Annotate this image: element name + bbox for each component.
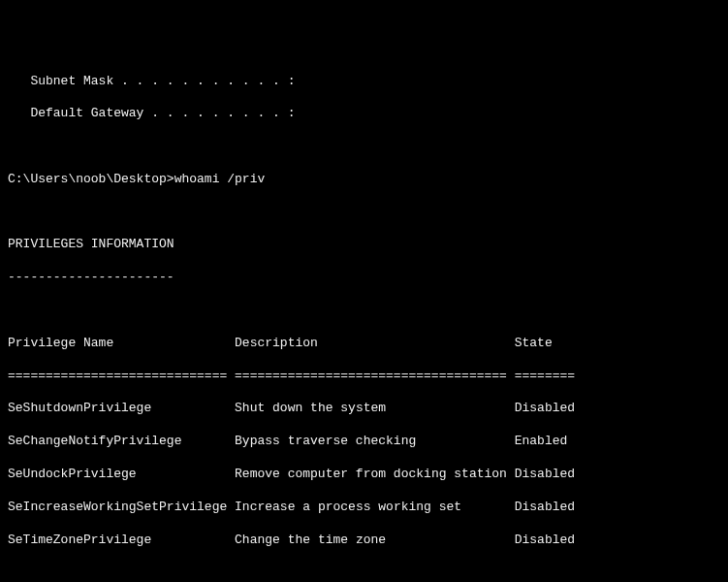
priv-state: Disabled [515, 467, 575, 481]
priv-desc: Remove computer from docking station [235, 467, 507, 481]
priv-state: Disabled [515, 500, 575, 514]
priv-state: Enabled [515, 434, 568, 448]
blank-line [8, 139, 720, 155]
priv-name: SeIncreaseWorkingSetPrivilege [8, 500, 227, 514]
priv-desc: Shut down the system [235, 401, 386, 415]
table-row: SeChangeNotifyPrivilege Bypass traverse … [8, 434, 720, 450]
default-gateway-line: Default Gateway . . . . . . . . . : [8, 106, 720, 122]
blank-line [8, 303, 720, 319]
prompt-whoami: C:\Users\noob\Desktop>whoami /priv [8, 172, 720, 188]
priv-desc: Change the time zone [235, 533, 386, 547]
subnet-mask-line: Subnet Mask . . . . . . . . . . . : [8, 74, 720, 90]
priv-name: SeChangeNotifyPrivilege [8, 434, 181, 448]
priv-state: Disabled [515, 401, 575, 415]
table-separator: ============================= ==========… [8, 369, 720, 385]
priv-name: SeTimeZonePrivilege [8, 533, 151, 547]
blank-line [8, 565, 720, 581]
priv-state: Disabled [515, 533, 575, 547]
col-desc-header: Description [235, 336, 318, 350]
priv-desc: Bypass traverse checking [235, 434, 416, 448]
priv-name: SeShutdownPrivilege [8, 401, 151, 415]
blank-line [8, 205, 720, 221]
privileges-underline: ---------------------- [8, 270, 720, 286]
table-row: SeIncreaseWorkingSetPrivilege Increase a… [8, 500, 720, 516]
priv-name: SeUndockPrivilege [8, 467, 137, 481]
table-row: SeShutdownPrivilege Shut down the system… [8, 401, 720, 417]
priv-desc: Increase a process working set [235, 500, 461, 514]
table-header: Privilege Name Description State [8, 336, 720, 352]
table-row: SeUndockPrivilege Remove computer from d… [8, 467, 720, 483]
privileges-header: PRIVILEGES INFORMATION [8, 237, 720, 253]
table-row: SeTimeZonePrivilege Change the time zone… [8, 533, 720, 549]
col-state-header: State [515, 336, 553, 350]
col-name-header: Privilege Name [8, 336, 113, 350]
